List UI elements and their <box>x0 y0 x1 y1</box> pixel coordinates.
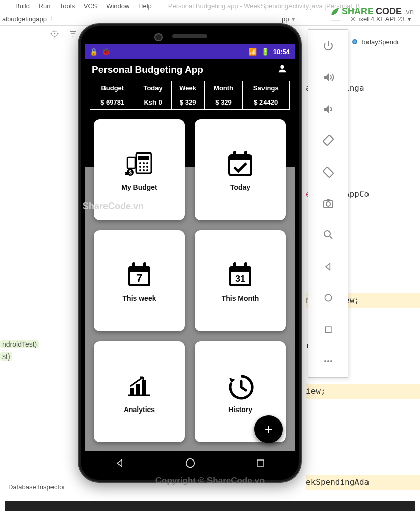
card-label: This Month <box>222 294 259 302</box>
card-label: My Budget <box>121 183 158 191</box>
svg-point-18 <box>146 162 148 164</box>
card-label: History <box>228 405 252 414</box>
rotate-left-icon[interactable] <box>321 133 335 147</box>
svg-text:31: 31 <box>235 274 245 284</box>
svg-rect-44 <box>130 388 134 395</box>
card-this-month[interactable]: 31 This Month <box>195 230 286 331</box>
card-label: Today <box>230 183 250 191</box>
svg-point-6 <box>326 202 330 206</box>
home-nav-icon[interactable] <box>321 291 335 305</box>
class-icon <box>352 39 357 44</box>
svg-point-16 <box>139 162 141 164</box>
android-status-bar: 🔒 🐞 📶 🔋 10:54 <box>85 44 295 59</box>
app-title: Personal Budgeting App <box>92 64 203 75</box>
recent-nav-icon[interactable] <box>321 323 335 337</box>
editor-file-tab[interactable]: TodaySpendi <box>349 34 420 49</box>
tree-item[interactable]: st) <box>0 352 12 361</box>
camera-icon[interactable] <box>321 196 335 211</box>
dashboard-grid: $ My Budget Today <box>85 119 295 442</box>
svg-point-10 <box>324 360 326 362</box>
svg-rect-42 <box>244 262 247 268</box>
svg-rect-46 <box>142 380 146 395</box>
watermark-text: SHARE <box>342 6 374 17</box>
filter-icon[interactable] <box>69 30 77 38</box>
nav-home-icon[interactable] <box>185 457 196 471</box>
fab-add-button[interactable]: + <box>254 415 283 443</box>
status-strip <box>5 501 415 511</box>
menu-window[interactable]: Window <box>106 2 129 10</box>
summary-value-budget: $ 69781 <box>90 95 135 110</box>
summary-header-week: Week <box>171 81 204 95</box>
card-this-week[interactable]: 7 This week <box>94 230 185 331</box>
summary-value-month: $ 329 <box>204 95 242 110</box>
tree-item[interactable]: ndroidTest) <box>0 340 39 348</box>
svg-point-12 <box>330 360 332 362</box>
svg-rect-36 <box>132 262 135 268</box>
menu-help[interactable]: Help <box>138 2 152 10</box>
bottom-tab-database-inspector[interactable]: Database Inspector <box>8 483 65 491</box>
svg-rect-45 <box>136 384 140 395</box>
crumb-file[interactable]: pp <box>282 15 289 23</box>
summary-value-week: $ 329 <box>171 95 204 110</box>
card-analytics[interactable]: Analytics <box>94 341 185 442</box>
svg-point-11 <box>327 360 329 362</box>
menu-vcs[interactable]: VCS <box>84 2 97 10</box>
svg-rect-31 <box>229 155 251 160</box>
power-icon[interactable] <box>321 39 335 53</box>
watermark-copyright: Copyright © ShareCode.vn <box>155 476 265 486</box>
svg-point-22 <box>139 169 141 171</box>
summary-value-savings: $ 24420 <box>242 95 289 110</box>
code-line: iew; <box>306 386 326 396</box>
file-tab-label: TodaySpendi <box>360 38 398 46</box>
rotate-right-icon[interactable] <box>321 165 335 179</box>
phone-screen: 🔒 🐞 📶 🔋 10:54 Personal Budgeting App Bud… <box>85 44 295 451</box>
svg-point-7 <box>324 231 330 237</box>
back-nav-icon[interactable] <box>321 260 335 274</box>
menu-tools[interactable]: Tools <box>60 2 75 10</box>
svg-rect-37 <box>143 262 146 268</box>
svg-point-20 <box>143 166 145 168</box>
leaf-icon <box>330 7 340 17</box>
watermark-text: CODE <box>376 6 402 17</box>
emulator-toolbar <box>308 29 348 378</box>
more-icon[interactable] <box>321 354 335 368</box>
menu-build[interactable]: Build <box>15 2 30 10</box>
history-icon <box>224 370 256 402</box>
watermark-logo: SHARECODE.vn <box>330 6 414 17</box>
svg-point-19 <box>139 166 141 168</box>
svg-point-17 <box>143 162 145 164</box>
svg-point-47 <box>186 459 195 468</box>
nav-back-icon[interactable] <box>115 458 125 470</box>
svg-point-29 <box>125 172 130 174</box>
zoom-icon[interactable] <box>321 228 335 242</box>
card-today[interactable]: Today <box>195 119 286 220</box>
volume-up-icon[interactable] <box>321 70 335 84</box>
phone-frame: 🔒 🐞 📶 🔋 10:54 Personal Budgeting App Bud… <box>79 24 301 482</box>
crumb-package[interactable]: albudgetingapp <box>2 15 47 23</box>
profile-icon[interactable] <box>277 63 288 76</box>
volume-down-icon[interactable] <box>321 102 335 116</box>
nav-recent-icon[interactable] <box>256 458 265 470</box>
app-bar: Personal Budgeting App <box>85 59 295 81</box>
battery-icon: 🔋 <box>261 48 269 56</box>
svg-rect-9 <box>325 327 331 333</box>
summary-header-today: Today <box>135 81 171 95</box>
svg-rect-3 <box>323 135 333 146</box>
analytics-icon <box>123 370 155 402</box>
svg-text:7: 7 <box>136 272 142 284</box>
svg-rect-32 <box>233 151 236 157</box>
chevron-down-icon: ▾ <box>289 15 298 23</box>
svg-rect-41 <box>233 262 236 268</box>
svg-point-24 <box>146 169 148 171</box>
calendar-week-icon: 7 <box>123 259 155 291</box>
chevron-right-icon: 〉 <box>47 14 60 23</box>
calendar-today-icon <box>224 148 256 180</box>
target-icon[interactable] <box>50 30 59 38</box>
summary-table: Budget Today Week Month Savings $ 69781 … <box>90 81 290 110</box>
svg-point-8 <box>325 294 331 301</box>
menu-run[interactable]: Run <box>39 2 51 10</box>
watermark-text: .vn <box>404 7 414 16</box>
svg-point-13 <box>280 65 284 69</box>
calendar-month-icon: 31 <box>224 259 256 291</box>
svg-rect-25 <box>127 157 135 168</box>
